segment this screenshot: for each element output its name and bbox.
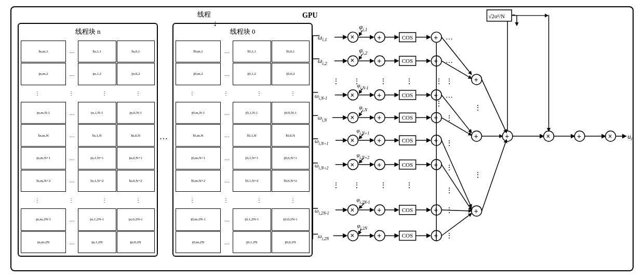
svg-rect-178 xyxy=(487,9,512,21)
svg-text:√2σ²/N: √2σ²/N xyxy=(488,12,505,19)
svg-text:+: + xyxy=(377,161,381,168)
svg-text:⋮: ⋮ xyxy=(332,181,340,189)
block-n: 线程块 n tn,m,1 … tn,1,1 tn,0,1 tn,m,2 … tn… xyxy=(18,23,158,257)
svg-text:ωi,2: ωi,2 xyxy=(318,57,327,66)
svg-text:ωi,2N: ωi,2N xyxy=(318,233,329,241)
svg-text:ωi,1: ωi,1 xyxy=(318,33,327,42)
svg-text:ωi,N+2: ωi,N+2 xyxy=(315,162,329,170)
svg-line-71 xyxy=(359,134,363,139)
svg-text:⋮: ⋮ xyxy=(435,77,442,85)
svg-rect-76 xyxy=(399,136,416,145)
svg-text:⋮: ⋮ xyxy=(446,139,453,147)
svg-text:COS: COS xyxy=(402,114,413,121)
svg-text:…: … xyxy=(446,57,453,64)
svg-text:ui(t): ui(t) xyxy=(627,133,633,141)
svg-point-64 xyxy=(431,112,441,123)
svg-line-120 xyxy=(358,229,361,234)
svg-point-145 xyxy=(472,205,482,216)
svg-point-48 xyxy=(431,89,441,100)
svg-text:+: + xyxy=(377,114,381,122)
svg-point-143 xyxy=(472,131,482,141)
svg-point-42 xyxy=(374,89,385,100)
svg-line-86 xyxy=(359,158,363,163)
svg-text:⋮: ⋮ xyxy=(380,77,387,85)
svg-point-73 xyxy=(374,135,385,146)
svg-point-79 xyxy=(431,135,441,146)
svg-text:φi,2N: φi,2N xyxy=(357,222,367,230)
svg-text:+: + xyxy=(474,133,478,140)
svg-line-147 xyxy=(441,37,472,74)
svg-text:+: + xyxy=(577,133,581,140)
svg-text:ωi,2N-1: ωi,2N-1 xyxy=(315,207,329,215)
svg-text:φi,1: φi,1 xyxy=(359,23,367,32)
svg-point-170 xyxy=(574,131,585,141)
svg-text:ωi,N+1: ωi,N+1 xyxy=(315,137,329,146)
cell-n-m-1: tn,m,1 xyxy=(21,41,66,63)
svg-line-152 xyxy=(441,164,472,209)
svg-text:+: + xyxy=(434,136,438,144)
svg-rect-10 xyxy=(399,32,416,42)
svg-text:+: + xyxy=(434,57,438,65)
svg-text:φi,N-1: φi,N-1 xyxy=(357,82,368,90)
thread-label: 线程 xyxy=(197,10,211,19)
svg-point-117 xyxy=(348,230,358,241)
svg-point-17 xyxy=(348,56,358,66)
svg-point-7 xyxy=(374,32,385,42)
svg-text:+: + xyxy=(434,91,438,99)
svg-line-40 xyxy=(359,88,362,93)
svg-text:+: + xyxy=(377,136,381,144)
svg-text:+: + xyxy=(434,206,438,214)
svg-line-56 xyxy=(359,111,362,116)
svg-text:⋮: ⋮ xyxy=(332,77,340,85)
svg-point-37 xyxy=(348,89,358,100)
svg-text:⋮: ⋮ xyxy=(474,104,481,112)
svg-text:+: + xyxy=(377,91,381,99)
svg-point-22 xyxy=(374,56,385,66)
svg-point-157 xyxy=(502,131,513,141)
svg-text:COS: COS xyxy=(402,137,413,143)
gpu-label: GPU xyxy=(302,11,318,20)
svg-line-149 xyxy=(441,95,472,132)
svg-text:COS: COS xyxy=(402,58,413,64)
svg-point-28 xyxy=(431,56,441,66)
svg-text:COS: COS xyxy=(402,34,413,40)
svg-point-102 xyxy=(348,204,358,215)
svg-point-13 xyxy=(431,32,441,42)
svg-text:…: … xyxy=(446,33,453,41)
svg-line-5 xyxy=(359,30,362,35)
svg-text:+: + xyxy=(505,133,509,140)
svg-rect-61 xyxy=(399,113,416,122)
block-n-label: 线程块 n xyxy=(75,27,101,36)
cell-n-1-1: tn,1,1 xyxy=(78,41,116,63)
svg-text:⋮: ⋮ xyxy=(446,187,453,194)
svg-text:×: × xyxy=(351,57,355,64)
svg-line-154 xyxy=(441,213,472,235)
svg-text:+: + xyxy=(434,33,438,41)
svg-point-53 xyxy=(348,112,358,123)
svg-text:ωi,N: ωi,N xyxy=(318,114,327,123)
svg-point-166 xyxy=(544,131,554,141)
svg-line-161 xyxy=(482,139,507,210)
svg-point-113 xyxy=(431,204,441,215)
block-separator-dots: … xyxy=(159,132,168,141)
svg-text:+: + xyxy=(377,33,381,41)
svg-text:ωi,N-1: ωi,N-1 xyxy=(315,92,327,100)
svg-rect-45 xyxy=(399,90,416,99)
svg-text:×: × xyxy=(351,33,355,41)
svg-text:⋮: ⋮ xyxy=(446,77,453,85)
svg-point-173 xyxy=(606,131,616,141)
svg-text:⋮: ⋮ xyxy=(446,163,453,171)
svg-text:φi,2N-1: φi,2N-1 xyxy=(356,196,370,205)
svg-text:COS: COS xyxy=(402,232,413,239)
svg-line-20 xyxy=(359,54,362,59)
svg-rect-125 xyxy=(399,231,416,240)
svg-point-88 xyxy=(374,159,385,169)
svg-text:√2σ²/N: √2σ²/N xyxy=(492,11,510,19)
svg-text:⋮: ⋮ xyxy=(474,171,481,179)
svg-text:+: + xyxy=(377,206,381,214)
svg-text:⋮: ⋮ xyxy=(353,77,360,85)
svg-text:COS: COS xyxy=(402,161,413,167)
svg-point-58 xyxy=(374,112,385,123)
svg-text:⋮: ⋮ xyxy=(446,114,453,122)
svg-text:φi,N+1: φi,N+1 xyxy=(356,127,369,136)
